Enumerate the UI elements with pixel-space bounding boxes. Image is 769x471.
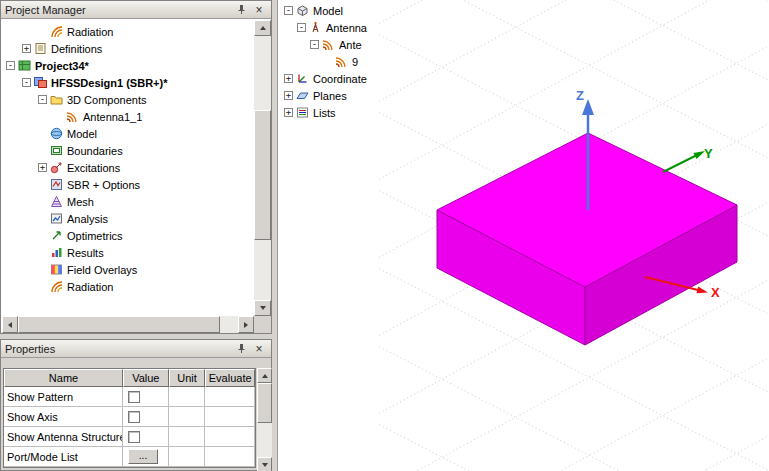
expander-minus-icon[interactable]: - (297, 23, 306, 32)
tree-item-hfssdesign1-sbr[interactable]: -HFSSDesign1 (SBR+)* (22, 74, 167, 91)
expander-minus-icon[interactable]: - (6, 61, 15, 70)
project-tree: Radiation+Definitions-Project34*-HFSSDes… (2, 20, 254, 316)
y-axis-label: Y (704, 146, 713, 161)
tree-item-project34[interactable]: -Project34* (6, 57, 89, 74)
design-icon (34, 76, 48, 89)
tree-item-antenna[interactable]: -Antenna (297, 19, 367, 36)
property-name: Port/Mode List (4, 447, 123, 467)
tree-item-lists[interactable]: +Lists (284, 104, 336, 121)
tree-item-mesh[interactable]: Mesh (50, 193, 94, 210)
value-cell (123, 387, 169, 407)
tree-item-optimetrics[interactable]: Optimetrics (50, 227, 123, 244)
show-axis-checkbox[interactable] (128, 411, 140, 423)
boundaries-icon (50, 144, 64, 157)
modeler-viewport[interactable]: Z Y X (378, 0, 769, 471)
property-row: Show Pattern (4, 387, 255, 407)
expander-minus-icon[interactable]: - (38, 95, 47, 104)
col-header-evaluate[interactable]: Evaluate (205, 369, 255, 387)
expander-plus-icon[interactable]: + (284, 108, 293, 117)
tree-item-ante[interactable]: -Ante (310, 36, 362, 53)
grid-line (378, 0, 769, 113)
expander-plus-icon[interactable]: + (284, 74, 293, 83)
col-header-unit[interactable]: Unit (169, 369, 206, 387)
tree-item-label: Boundaries (67, 145, 123, 157)
tree-item-radiation[interactable]: Radiation (50, 23, 113, 40)
expander-minus-icon[interactable]: - (310, 40, 319, 49)
close-icon[interactable]: × (251, 3, 267, 17)
scroll-up-icon[interactable] (257, 368, 272, 383)
col-header-name[interactable]: Name (4, 369, 123, 387)
tree-item-excitations[interactable]: +Excitations (38, 159, 120, 176)
expander-plus-icon[interactable]: + (38, 163, 47, 172)
coordinate-icon (296, 72, 310, 85)
expander-plus-icon[interactable]: + (284, 91, 293, 100)
show-pattern-checkbox[interactable] (128, 391, 140, 403)
tree-item-9[interactable]: 9 (335, 53, 358, 70)
pin-icon[interactable] (233, 342, 249, 356)
scroll-up-icon[interactable] (254, 20, 271, 36)
scroll-down-icon[interactable] (257, 457, 272, 471)
port-mode-list-browse-button[interactable]: ... (128, 449, 158, 464)
col-header-value[interactable]: Value (123, 369, 169, 387)
scroll-down-icon[interactable] (254, 300, 271, 316)
close-icon[interactable]: × (251, 342, 267, 356)
tree-item-results[interactable]: Results (50, 244, 104, 261)
tree-item-label: Definitions (51, 43, 102, 55)
property-name: Show Axis (4, 407, 123, 427)
project-tree-hscrollbar[interactable] (2, 316, 254, 333)
evaluate-cell (205, 407, 255, 427)
tree-item-radiation[interactable]: Radiation (50, 278, 113, 295)
tree-item-model[interactable]: -Model (284, 2, 343, 19)
tree-item-3d-components[interactable]: -3D Components (38, 91, 147, 108)
expander-minus-icon[interactable]: - (22, 78, 31, 87)
excitations-icon (50, 161, 64, 174)
tree-item-label: Ante (339, 39, 362, 51)
property-row: Show Antenna Structure (4, 427, 255, 447)
antenna-icon (66, 110, 80, 123)
pin-icon[interactable] (233, 3, 249, 17)
scroll-left-icon[interactable] (2, 316, 18, 333)
expander-plus-icon[interactable]: + (22, 44, 31, 53)
value-cell (123, 427, 169, 447)
scroll-thumb[interactable] (257, 383, 272, 423)
tree-item-sbr-options[interactable]: SBR + Options (50, 176, 140, 193)
tree-item-label: Model (313, 5, 343, 17)
tree-item-boundaries[interactable]: Boundaries (50, 142, 123, 159)
radiation-icon (50, 25, 64, 38)
cube-icon (296, 4, 310, 17)
properties-vscrollbar[interactable] (257, 368, 272, 471)
tree-item-model[interactable]: Model (50, 125, 97, 142)
project-tree-vscrollbar[interactable] (254, 20, 271, 316)
scroll-thumb[interactable] (18, 316, 220, 333)
tree-item-label: HFSSDesign1 (SBR+)* (51, 77, 167, 89)
tree-item-label: 9 (352, 56, 358, 68)
value-cell (123, 407, 169, 427)
tree-item-antenna1-1[interactable]: Antenna1_1 (66, 108, 142, 125)
expander-minus-icon[interactable]: - (284, 6, 293, 15)
analysis-icon (50, 212, 64, 225)
show-antenna-structure-checkbox[interactable] (128, 431, 140, 443)
tree-item-analysis[interactable]: Analysis (50, 210, 108, 227)
mesh-icon (50, 195, 64, 208)
tree-item-planes[interactable]: +Planes (284, 87, 347, 104)
tree-item-label: Antenna (326, 22, 367, 34)
tree-item-field-overlays[interactable]: Field Overlays (50, 261, 137, 278)
tree-item-label: Antenna1_1 (83, 111, 142, 123)
scroll-right-icon[interactable] (238, 316, 254, 333)
tree-item-label: Planes (313, 90, 347, 102)
tree-item-label: Mesh (67, 196, 94, 208)
tree-item-definitions[interactable]: +Definitions (22, 40, 102, 57)
grid-line (378, 0, 769, 18)
properties-header-row: Name Value Unit Evaluate (4, 369, 255, 387)
unit-cell (169, 447, 206, 467)
optimetrics-icon (50, 229, 64, 242)
unit-cell (169, 427, 206, 447)
field-overlays-icon (50, 263, 64, 276)
properties-title: Properties (5, 343, 231, 355)
scroll-thumb[interactable] (254, 110, 271, 240)
model-icon (50, 127, 64, 140)
scrollbar-corner (254, 316, 271, 333)
antenna-tower-icon (309, 21, 323, 34)
property-name: Show Pattern (4, 387, 123, 407)
tree-item-coordinate[interactable]: +Coordinate (284, 70, 367, 87)
